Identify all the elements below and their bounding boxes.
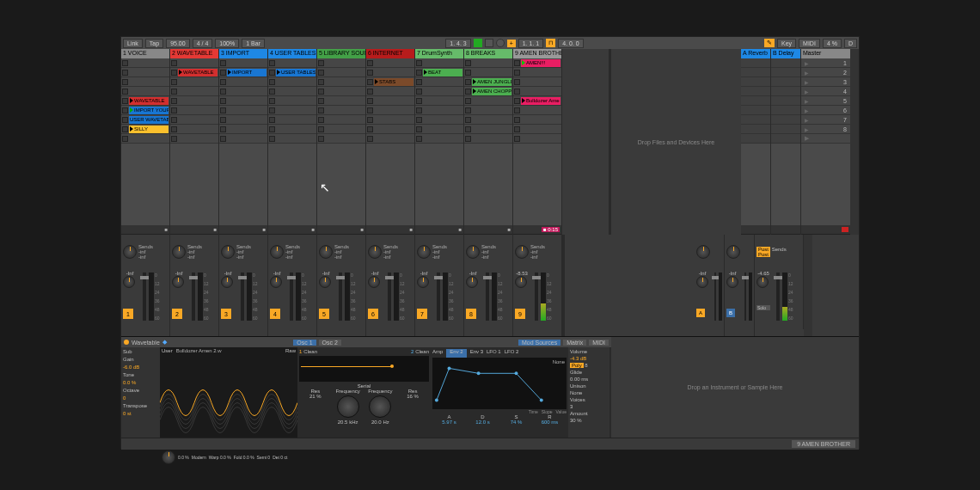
solo-button[interactable]: Solo [756, 305, 770, 310]
pan-knob[interactable] [319, 276, 331, 288]
clip-slot[interactable] [464, 134, 512, 144]
envelope-graph[interactable]: None [432, 358, 567, 409]
scene-launch[interactable]: ▶5 [801, 96, 850, 106]
clip-slot[interactable] [219, 134, 267, 144]
clip-slot[interactable] [268, 125, 316, 134]
return-header[interactable]: B Delay [771, 49, 800, 58]
clip-slot[interactable]: IMPORT YOUR OWN [121, 106, 169, 115]
track-header[interactable]: 2 WAVETABLE [170, 49, 218, 58]
clip-stop-button[interactable] [220, 70, 226, 76]
mod-sources-tab[interactable]: Mod Sources [518, 340, 560, 346]
env-attack[interactable]: 5.97 s [432, 420, 466, 425]
send-knob[interactable] [123, 245, 137, 259]
scene-launch[interactable]: ▶3 [801, 77, 850, 87]
clip-stop-button[interactable] [465, 126, 471, 132]
scene-launch[interactable]: ▶8 [801, 125, 850, 134]
clip-slot[interactable] [317, 77, 365, 87]
clip-slot[interactable] [317, 115, 365, 125]
clip-slot[interactable] [317, 134, 365, 144]
clip-slot[interactable]: USER TABLES [268, 68, 316, 77]
clip-slot[interactable] [219, 58, 267, 68]
play-button[interactable] [474, 39, 482, 47]
clip-slot[interactable] [464, 68, 512, 77]
clip-stop-button[interactable] [416, 89, 422, 95]
clip-slot[interactable]: IMPORT [219, 68, 267, 77]
clip-stop-button[interactable] [514, 60, 520, 66]
filter1-freq-knob[interactable] [337, 395, 359, 418]
track-activator[interactable]: 1 [123, 309, 133, 319]
volume-fader[interactable] [744, 273, 746, 321]
clip-slot[interactable] [268, 115, 316, 125]
clip-slot[interactable] [219, 87, 267, 96]
clip-stop-button[interactable] [416, 117, 422, 123]
unison-voices[interactable]: 3 [570, 404, 608, 409]
clip[interactable]: Bulldozer Ame [521, 97, 560, 105]
clip-stop-button[interactable] [514, 98, 520, 104]
track-header[interactable]: 1 VOICE [121, 49, 169, 58]
track-activator[interactable]: 9 [515, 309, 525, 319]
volume-fader[interactable] [241, 273, 244, 321]
overdub-button[interactable]: + [507, 40, 516, 47]
volume-fader[interactable] [486, 273, 489, 321]
clip-stop-button[interactable] [269, 70, 275, 76]
env3-tab[interactable]: Env 3 [470, 349, 483, 358]
clip-slot[interactable] [121, 134, 169, 144]
track-header[interactable]: 4 USER TABLES [268, 49, 316, 58]
clip[interactable]: WAVETABLE [129, 97, 168, 105]
clip-slot[interactable] [366, 106, 414, 115]
scene-launch[interactable]: ▶1 [801, 58, 850, 68]
send-knob[interactable] [515, 245, 529, 259]
pan-knob[interactable] [417, 276, 429, 288]
clip-stop-button[interactable] [318, 79, 324, 85]
clip-stop-button[interactable] [171, 117, 177, 123]
send-knob[interactable] [726, 245, 740, 259]
clip-stop-button[interactable] [122, 98, 128, 104]
clip-stop-button[interactable] [514, 107, 520, 113]
clip-slot[interactable] [366, 68, 414, 77]
clip-slot[interactable] [121, 58, 169, 68]
clip-slot[interactable] [170, 58, 218, 68]
clip-stop-button[interactable] [318, 107, 324, 113]
clip[interactable]: AMEN CHOPP [472, 88, 511, 95]
return-activator[interactable]: B [726, 309, 735, 317]
send-knob[interactable] [319, 245, 333, 259]
pan-knob[interactable] [270, 276, 282, 288]
clip-stop-button[interactable] [171, 126, 177, 132]
env-decay[interactable]: 12.0 s [466, 420, 499, 425]
pan-knob[interactable] [172, 276, 184, 288]
sub-gain[interactable]: -6.0 dB [123, 364, 158, 370]
draw-mode-button[interactable]: ✎ [764, 39, 775, 47]
clip-overview[interactable]: 9 AMEN BROTHER [792, 440, 855, 448]
clip-slot[interactable] [219, 125, 267, 134]
pan-knob[interactable] [123, 276, 135, 288]
scene-launch[interactable]: ▶2 [801, 68, 850, 77]
tempo-field[interactable]: 95.00 [166, 39, 190, 48]
clip-stop-button[interactable] [122, 107, 128, 113]
clip-stop-button[interactable] [318, 98, 324, 104]
clip-stop-button[interactable] [220, 126, 226, 132]
clip-stop-button[interactable] [171, 70, 177, 76]
clip-slot[interactable] [219, 96, 267, 106]
env2-tab[interactable]: Env 2 [446, 349, 466, 358]
clip-stop-button[interactable] [514, 89, 520, 95]
clip-slot[interactable] [366, 87, 414, 96]
clip-stop-button[interactable] [122, 136, 128, 142]
clip-stop-button[interactable] [269, 89, 275, 95]
track-header[interactable]: 5 LIBRARY SOUND [317, 49, 365, 58]
clip-slot[interactable] [268, 106, 316, 115]
clip-stop-button[interactable] [220, 136, 226, 142]
clip-slot[interactable] [317, 87, 365, 96]
clip-stop-button[interactable] [367, 107, 373, 113]
clip-slot[interactable] [415, 87, 463, 96]
master-fader[interactable] [776, 273, 780, 321]
clip-stop-button[interactable] [367, 98, 373, 104]
osc-pos-knob[interactable] [162, 450, 175, 464]
clip-stop-button[interactable] [269, 60, 275, 66]
track-activator[interactable]: 5 [319, 309, 329, 319]
track-header[interactable]: 6 INTERNET [366, 49, 414, 58]
pan-knob[interactable] [466, 276, 478, 288]
loop-start[interactable]: 1. 1. 1 [518, 39, 543, 48]
quantize-menu[interactable]: 1 Bar [242, 39, 265, 48]
volume-fader[interactable] [192, 273, 195, 321]
clip-stop-button[interactable] [171, 136, 177, 142]
